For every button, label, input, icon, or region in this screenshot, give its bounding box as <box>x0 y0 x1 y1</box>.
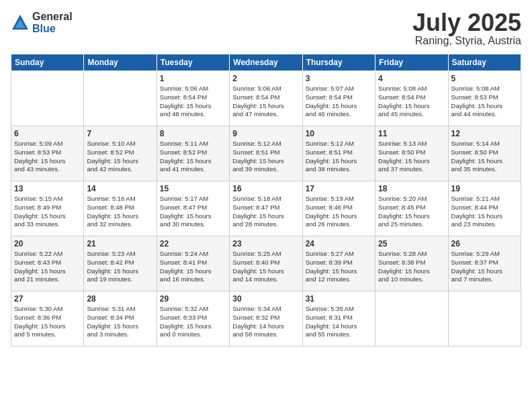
day-number: 13 <box>14 184 81 193</box>
day-number: 16 <box>232 184 299 193</box>
day-number: 22 <box>160 239 226 248</box>
calendar-cell: 14Sunrise: 5:16 AM Sunset: 8:48 PM Dayli… <box>84 181 157 236</box>
day-number: 11 <box>378 129 445 138</box>
calendar-header: Sunday Monday Tuesday Wednesday Thursday… <box>11 54 521 71</box>
day-number: 31 <box>306 294 372 304</box>
day-number: 20 <box>14 239 81 248</box>
calendar-cell: 2Sunrise: 5:06 AM Sunset: 8:54 PM Daylig… <box>230 71 302 126</box>
calendar-cell: 29Sunrise: 5:32 AM Sunset: 8:33 PM Dayli… <box>157 291 229 347</box>
logo-text: General Blue <box>32 11 73 34</box>
day-number: 2 <box>232 74 299 83</box>
calendar-week-2: 6Sunrise: 5:09 AM Sunset: 8:53 PM Daylig… <box>11 126 521 181</box>
day-info: Sunrise: 5:17 AM Sunset: 8:47 PM Dayligh… <box>160 195 226 229</box>
page-header: General Blue July 2025 Raning, Styria, A… <box>11 11 521 47</box>
header-row: Sunday Monday Tuesday Wednesday Thursday… <box>11 54 521 71</box>
day-info: Sunrise: 5:08 AM Sunset: 8:54 PM Dayligh… <box>378 85 445 119</box>
calendar-cell <box>375 291 448 347</box>
calendar-cell <box>448 291 521 347</box>
header-thursday: Thursday <box>302 54 375 71</box>
calendar-cell: 6Sunrise: 5:09 AM Sunset: 8:53 PM Daylig… <box>11 126 84 181</box>
day-info: Sunrise: 5:19 AM Sunset: 8:46 PM Dayligh… <box>306 195 372 229</box>
day-number: 14 <box>87 184 153 193</box>
calendar-week-1: 1Sunrise: 5:06 AM Sunset: 8:54 PM Daylig… <box>11 71 521 126</box>
day-number: 6 <box>14 129 81 138</box>
day-info: Sunrise: 5:16 AM Sunset: 8:48 PM Dayligh… <box>87 195 153 229</box>
calendar-cell: 13Sunrise: 5:15 AM Sunset: 8:49 PM Dayli… <box>11 181 84 236</box>
calendar-cell: 24Sunrise: 5:27 AM Sunset: 8:39 PM Dayli… <box>302 236 375 291</box>
logo-blue: Blue <box>32 23 73 35</box>
day-info: Sunrise: 5:30 AM Sunset: 8:36 PM Dayligh… <box>14 305 81 339</box>
day-number: 8 <box>160 129 226 138</box>
calendar-cell: 22Sunrise: 5:24 AM Sunset: 8:41 PM Dayli… <box>157 236 229 291</box>
header-wednesday: Wednesday <box>230 54 302 71</box>
location-title: Raning, Styria, Austria <box>412 35 521 47</box>
calendar-cell: 4Sunrise: 5:08 AM Sunset: 8:54 PM Daylig… <box>375 71 448 126</box>
day-number: 7 <box>87 129 153 138</box>
header-tuesday: Tuesday <box>157 54 229 71</box>
header-friday: Friday <box>375 54 448 71</box>
day-number: 29 <box>160 294 226 304</box>
day-number: 23 <box>232 239 299 248</box>
day-info: Sunrise: 5:18 AM Sunset: 8:47 PM Dayligh… <box>232 195 299 229</box>
calendar-week-4: 20Sunrise: 5:22 AM Sunset: 8:43 PM Dayli… <box>11 236 521 291</box>
day-info: Sunrise: 5:28 AM Sunset: 8:38 PM Dayligh… <box>378 250 445 284</box>
day-info: Sunrise: 5:29 AM Sunset: 8:37 PM Dayligh… <box>451 250 518 284</box>
day-info: Sunrise: 5:07 AM Sunset: 8:54 PM Dayligh… <box>306 85 372 119</box>
month-title: July 2025 <box>412 11 521 35</box>
calendar-cell: 1Sunrise: 5:06 AM Sunset: 8:54 PM Daylig… <box>157 71 229 126</box>
day-number: 10 <box>306 129 372 138</box>
day-info: Sunrise: 5:20 AM Sunset: 8:45 PM Dayligh… <box>378 195 445 229</box>
calendar-body: 1Sunrise: 5:06 AM Sunset: 8:54 PM Daylig… <box>11 71 521 347</box>
calendar-cell: 21Sunrise: 5:23 AM Sunset: 8:42 PM Dayli… <box>84 236 157 291</box>
day-info: Sunrise: 5:35 AM Sunset: 8:31 PM Dayligh… <box>306 305 372 339</box>
calendar-cell: 11Sunrise: 5:13 AM Sunset: 8:50 PM Dayli… <box>375 126 448 181</box>
calendar-cell: 10Sunrise: 5:12 AM Sunset: 8:51 PM Dayli… <box>302 126 375 181</box>
day-number: 28 <box>87 294 153 304</box>
day-number: 25 <box>378 239 445 248</box>
day-info: Sunrise: 5:25 AM Sunset: 8:40 PM Dayligh… <box>232 250 299 284</box>
day-info: Sunrise: 5:06 AM Sunset: 8:54 PM Dayligh… <box>232 85 299 119</box>
calendar-cell: 12Sunrise: 5:14 AM Sunset: 8:50 PM Dayli… <box>448 126 521 181</box>
day-info: Sunrise: 5:22 AM Sunset: 8:43 PM Dayligh… <box>14 250 81 284</box>
calendar-cell: 16Sunrise: 5:18 AM Sunset: 8:47 PM Dayli… <box>230 181 302 236</box>
logo-icon <box>11 13 30 32</box>
calendar-cell: 30Sunrise: 5:34 AM Sunset: 8:32 PM Dayli… <box>230 291 302 347</box>
day-info: Sunrise: 5:15 AM Sunset: 8:49 PM Dayligh… <box>14 195 81 229</box>
day-number: 5 <box>451 74 518 83</box>
calendar-cell: 9Sunrise: 5:12 AM Sunset: 8:51 PM Daylig… <box>230 126 302 181</box>
calendar-week-3: 13Sunrise: 5:15 AM Sunset: 8:49 PM Dayli… <box>11 181 521 236</box>
day-info: Sunrise: 5:34 AM Sunset: 8:32 PM Dayligh… <box>232 305 299 339</box>
calendar-cell <box>11 71 84 126</box>
day-info: Sunrise: 5:08 AM Sunset: 8:53 PM Dayligh… <box>451 85 518 119</box>
calendar-cell: 3Sunrise: 5:07 AM Sunset: 8:54 PM Daylig… <box>302 71 375 126</box>
calendar-cell <box>84 71 157 126</box>
calendar-cell: 26Sunrise: 5:29 AM Sunset: 8:37 PM Dayli… <box>448 236 521 291</box>
title-section: July 2025 Raning, Styria, Austria <box>412 11 521 47</box>
calendar-cell: 15Sunrise: 5:17 AM Sunset: 8:47 PM Dayli… <box>157 181 229 236</box>
calendar-week-5: 27Sunrise: 5:30 AM Sunset: 8:36 PM Dayli… <box>11 291 521 347</box>
logo-general: General <box>32 11 73 23</box>
day-info: Sunrise: 5:12 AM Sunset: 8:51 PM Dayligh… <box>306 140 372 174</box>
header-saturday: Saturday <box>448 54 521 71</box>
calendar-cell: 18Sunrise: 5:20 AM Sunset: 8:45 PM Dayli… <box>375 181 448 236</box>
day-info: Sunrise: 5:11 AM Sunset: 8:52 PM Dayligh… <box>160 140 226 174</box>
day-info: Sunrise: 5:09 AM Sunset: 8:53 PM Dayligh… <box>14 140 81 174</box>
logo: General Blue <box>11 11 73 34</box>
day-info: Sunrise: 5:13 AM Sunset: 8:50 PM Dayligh… <box>378 140 445 174</box>
day-info: Sunrise: 5:32 AM Sunset: 8:33 PM Dayligh… <box>160 305 226 339</box>
day-number: 9 <box>232 129 299 138</box>
day-number: 3 <box>306 74 372 83</box>
day-info: Sunrise: 5:21 AM Sunset: 8:44 PM Dayligh… <box>451 195 518 229</box>
day-info: Sunrise: 5:14 AM Sunset: 8:50 PM Dayligh… <box>451 140 518 174</box>
day-info: Sunrise: 5:12 AM Sunset: 8:51 PM Dayligh… <box>232 140 299 174</box>
header-monday: Monday <box>84 54 157 71</box>
day-number: 19 <box>451 184 518 193</box>
day-info: Sunrise: 5:24 AM Sunset: 8:41 PM Dayligh… <box>160 250 226 284</box>
calendar-cell: 7Sunrise: 5:10 AM Sunset: 8:52 PM Daylig… <box>84 126 157 181</box>
calendar-cell: 17Sunrise: 5:19 AM Sunset: 8:46 PM Dayli… <box>302 181 375 236</box>
day-info: Sunrise: 5:06 AM Sunset: 8:54 PM Dayligh… <box>160 85 226 119</box>
calendar-table: Sunday Monday Tuesday Wednesday Thursday… <box>11 54 521 347</box>
calendar-cell: 19Sunrise: 5:21 AM Sunset: 8:44 PM Dayli… <box>448 181 521 236</box>
header-sunday: Sunday <box>11 54 84 71</box>
day-info: Sunrise: 5:31 AM Sunset: 8:34 PM Dayligh… <box>87 305 153 339</box>
